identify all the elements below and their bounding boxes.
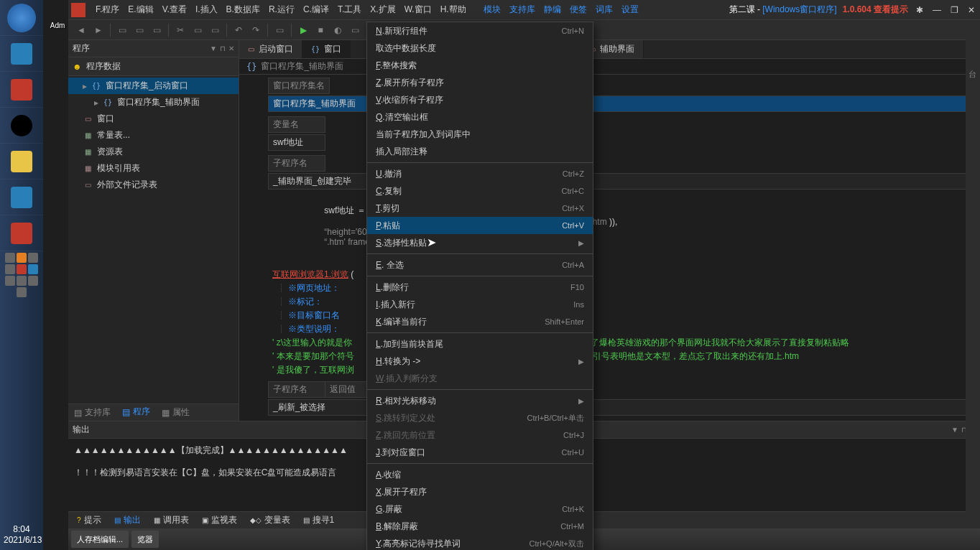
menu-database[interactable]: B.数据库 bbox=[222, 1, 264, 19]
tool-back-icon[interactable]: ◄ bbox=[74, 23, 88, 37]
menu-note[interactable]: 便签 bbox=[565, 1, 591, 19]
menu-run[interactable]: R.运行 bbox=[264, 1, 299, 19]
settings-icon[interactable]: ✱ bbox=[914, 4, 925, 16]
context-menu-item[interactable]: K.编译当前行Shift+Enter bbox=[367, 313, 593, 330]
etab-startup[interactable]: ▭ 启动窗口 bbox=[239, 40, 302, 58]
context-menu-item[interactable]: I.插入新行Ins bbox=[367, 296, 593, 313]
tree-item-resource[interactable]: ▦ 资源表 bbox=[68, 144, 239, 160]
context-menu-item[interactable]: V.收缩所有子程序 bbox=[367, 91, 593, 108]
context-menu-item[interactable]: C.复制Ctrl+C bbox=[367, 182, 593, 200]
otab-calltable[interactable]: ▦调用表 bbox=[148, 512, 195, 528]
context-menu-item[interactable]: B.解除屏蔽Ctrl+M bbox=[367, 518, 593, 535]
context-menu-item[interactable]: Y.高亮标记待寻找单词Ctrl+Q/Alt+双击 bbox=[367, 535, 593, 550]
context-menu-item[interactable]: X.展开子程序 bbox=[367, 483, 593, 500]
otab-vartable[interactable]: ◆◇变量表 bbox=[244, 512, 296, 528]
tool-save-icon[interactable]: ▭ bbox=[149, 23, 164, 37]
context-menu-item[interactable]: Q.清空输出框 bbox=[367, 108, 593, 126]
taskbar-app[interactable]: 览器 bbox=[131, 531, 159, 548]
menu-settings[interactable]: 设置 bbox=[617, 1, 643, 19]
ptab-program[interactable]: ▤程序 bbox=[116, 403, 156, 421]
context-menu-item[interactable]: R.相对光标移动▶ bbox=[367, 392, 593, 409]
tree-item-module[interactable]: ▦ 模块引用表 bbox=[68, 160, 239, 177]
code-editor[interactable]: 窗口程序集名 窗口程序集_辅助界面 变量名 swf地址 子程序名 _辅助界面_创… bbox=[239, 75, 980, 421]
tool-step-icon[interactable]: ▭ bbox=[348, 23, 362, 37]
panel-dropdown-icon[interactable]: ▼ bbox=[210, 45, 217, 52]
menu-extension[interactable]: X.扩展 bbox=[366, 1, 399, 19]
context-menu-item[interactable]: S.选择性粘贴▶ bbox=[367, 234, 593, 251]
tool-folder-icon[interactable]: ▭ bbox=[272, 23, 287, 37]
tool-redo-icon[interactable]: ↷ bbox=[249, 23, 263, 37]
tool-undo-icon[interactable]: ↶ bbox=[231, 23, 246, 37]
context-menu-item[interactable]: L.加到当前块首尾 bbox=[367, 335, 593, 353]
taskbar-app[interactable]: 人存档编辑... bbox=[71, 531, 129, 548]
taskbar-clock[interactable]: 8:04 2021/6/13 bbox=[0, 521, 43, 550]
tool-forward-icon[interactable]: ► bbox=[91, 23, 106, 37]
otab-hint[interactable]: ?提示 bbox=[71, 512, 107, 528]
menu-edit[interactable]: E.编辑 bbox=[124, 1, 157, 19]
taskbar-explorer[interactable] bbox=[0, 144, 43, 180]
taskbar-app-red[interactable] bbox=[0, 72, 43, 108]
context-menu-item[interactable]: J.到对应窗口Ctrl+U bbox=[367, 444, 593, 461]
menu-view[interactable]: V.查看 bbox=[158, 1, 191, 19]
menu-module[interactable]: 模块 bbox=[479, 1, 505, 19]
system-tray[interactable] bbox=[0, 251, 43, 299]
context-menu-item[interactable]: P.粘贴Ctrl+V bbox=[367, 217, 593, 234]
start-button[interactable] bbox=[0, 0, 43, 36]
menu-insert[interactable]: I.插入 bbox=[191, 1, 222, 19]
context-menu-item[interactable]: E. 全选Ctrl+A bbox=[367, 256, 593, 274]
taskbar-app3[interactable] bbox=[0, 215, 43, 251]
ptab-support[interactable]: ▤支持库 bbox=[68, 404, 116, 421]
program-data-row[interactable]: ☻ 程序数据 bbox=[68, 57, 239, 76]
context-menu-item[interactable]: A.收缩 bbox=[367, 466, 593, 483]
context-menu-item[interactable]: 插入局部注释 bbox=[367, 143, 593, 160]
ptab-property[interactable]: ▦属性 bbox=[156, 404, 195, 421]
tool-new-icon[interactable]: ▭ bbox=[115, 23, 129, 37]
otab-watch[interactable]: ▣监视表 bbox=[196, 512, 243, 528]
context-menu-item[interactable]: 取选中数据长度 bbox=[367, 39, 593, 57]
tree-item-assist[interactable]: ▸ {} 窗口程序集_辅助界面 bbox=[68, 94, 239, 111]
desktop-label-0[interactable]: Adm bbox=[43, 0, 72, 29]
tool-paste-icon[interactable]: ▭ bbox=[208, 23, 222, 37]
otab-output[interactable]: ▤输出 bbox=[108, 512, 147, 528]
context-menu-item[interactable]: H.转换为 ->▶ bbox=[367, 353, 593, 370]
panel-pin-icon[interactable]: ⊓ bbox=[220, 45, 226, 52]
etab-window[interactable]: {} 窗口 bbox=[302, 40, 351, 58]
tree-item-external[interactable]: ▭ 外部文件记录表 bbox=[68, 177, 239, 193]
panel-close-icon[interactable]: ✕ bbox=[228, 45, 234, 52]
taskbar-app2[interactable] bbox=[0, 180, 43, 215]
context-menu-item[interactable]: G.屏蔽Ctrl+K bbox=[367, 500, 593, 518]
cell-value[interactable]: swf地址 bbox=[268, 134, 325, 151]
context-menu-item[interactable]: 当前子程序加入到词库中 bbox=[367, 126, 593, 143]
tool-copy-icon[interactable]: ▭ bbox=[190, 23, 205, 37]
taskbar-ie[interactable] bbox=[0, 36, 43, 72]
tree-item-startup[interactable]: ▸ {} 窗口程序集_启动窗口 bbox=[68, 78, 239, 94]
menu-static[interactable]: 静编 bbox=[540, 1, 565, 19]
tool-stop-icon[interactable]: ■ bbox=[313, 23, 328, 37]
menu-file[interactable]: F.程序 bbox=[91, 1, 124, 19]
menu-window[interactable]: W.窗口 bbox=[400, 1, 436, 19]
otab-search[interactable]: ▤搜寻1 bbox=[297, 512, 341, 528]
right-sidebar-strip[interactable]: 台 bbox=[966, 20, 980, 528]
tool-cut-icon[interactable]: ✂ bbox=[173, 23, 188, 37]
context-menu-item[interactable]: T.剪切Ctrl+X bbox=[367, 200, 593, 217]
tree-item-window[interactable]: ▭ 窗口 bbox=[68, 111, 239, 127]
menu-compile[interactable]: C.编译 bbox=[299, 1, 333, 19]
context-menu-item[interactable]: F.整体搜索 bbox=[367, 57, 593, 74]
context-menu-item[interactable]: U.撤消Ctrl+Z bbox=[367, 165, 593, 182]
taskbar-qq[interactable] bbox=[0, 108, 43, 144]
context-menu-item[interactable]: N.新现行组件Ctrl+N bbox=[367, 22, 593, 39]
context-menu-item[interactable]: L.删除行F10 bbox=[367, 279, 593, 296]
menu-tools[interactable]: T.工具 bbox=[333, 1, 366, 19]
tree-item-const[interactable]: ▦ 常量表... bbox=[68, 127, 239, 144]
tool-run-icon[interactable]: ▶ bbox=[296, 23, 310, 37]
minimize-icon[interactable]: — bbox=[931, 4, 943, 16]
context-menu-item[interactable]: Z.展开所有子程序 bbox=[367, 74, 593, 91]
tool-open-icon[interactable]: ▭ bbox=[132, 23, 147, 37]
menu-support[interactable]: 支持库 bbox=[505, 1, 540, 19]
tool-pause-icon[interactable]: ◐ bbox=[330, 23, 345, 37]
menu-help[interactable]: H.帮助 bbox=[436, 1, 471, 19]
close-icon[interactable]: ✕ bbox=[966, 4, 977, 16]
panel-dropdown-icon[interactable]: ▼ bbox=[951, 426, 958, 434]
maximize-icon[interactable]: ❐ bbox=[948, 4, 960, 16]
menu-dict[interactable]: 词库 bbox=[591, 1, 617, 19]
